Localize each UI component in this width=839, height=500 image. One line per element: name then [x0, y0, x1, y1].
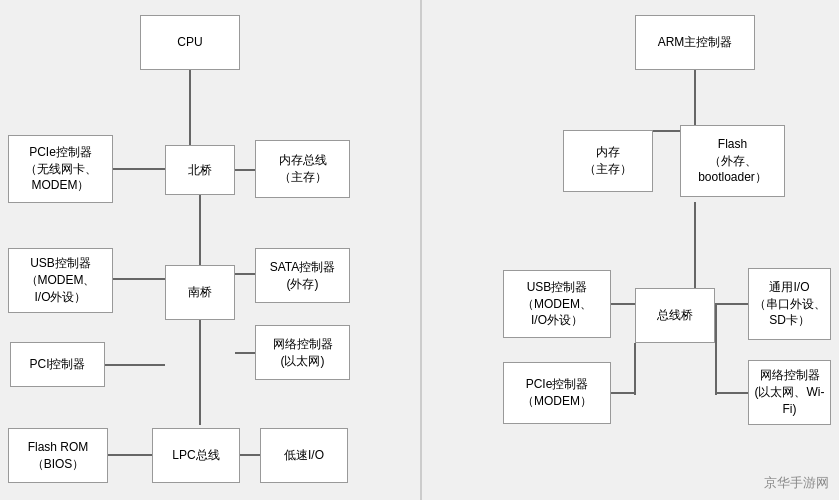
- arm-ctrl-box: ARM主控制器: [635, 15, 755, 70]
- cpu-box: CPU: [140, 15, 240, 70]
- mem-bus-box: 内存总线（主存）: [255, 140, 350, 198]
- net-ctrl-box: 网络控制器(以太网): [255, 325, 350, 380]
- slow-io-box: 低速I/O: [260, 428, 348, 483]
- south-bridge-box: 南桥: [165, 265, 235, 320]
- sata-ctrl-box: SATA控制器(外存): [255, 248, 350, 303]
- diagram: CPU 北桥 内存总线（主存） PCIe控制器（无线网卡、MODEM） 南桥 U…: [0, 0, 839, 500]
- usb-ctrl2-box: USB控制器（MODEM、I/O外设）: [503, 270, 611, 338]
- flash-rom-box: Flash ROM（BIOS）: [8, 428, 108, 483]
- usb-ctrl-box: USB控制器（MODEM、I/O外设）: [8, 248, 113, 313]
- lpc-bus-box: LPC总线: [152, 428, 240, 483]
- net-ctrl2-box: 网络控制器(以太网、Wi-Fi): [748, 360, 831, 425]
- general-io-box: 通用I/O（串口外设、SD卡）: [748, 268, 831, 340]
- pci-ctrl-box: PCI控制器: [10, 342, 105, 387]
- flash-arm-box: Flash（外存、bootloader）: [680, 125, 785, 197]
- north-bridge-box: 北桥: [165, 145, 235, 195]
- watermark: 京华手游网: [764, 474, 829, 492]
- pcie-ctrl-box: PCIe控制器（无线网卡、MODEM）: [8, 135, 113, 203]
- bus-bridge-box: 总线桥: [635, 288, 715, 343]
- pcie-ctrl2-box: PCIe控制器（MODEM）: [503, 362, 611, 424]
- mem-arm-box: 内存（主存）: [563, 130, 653, 192]
